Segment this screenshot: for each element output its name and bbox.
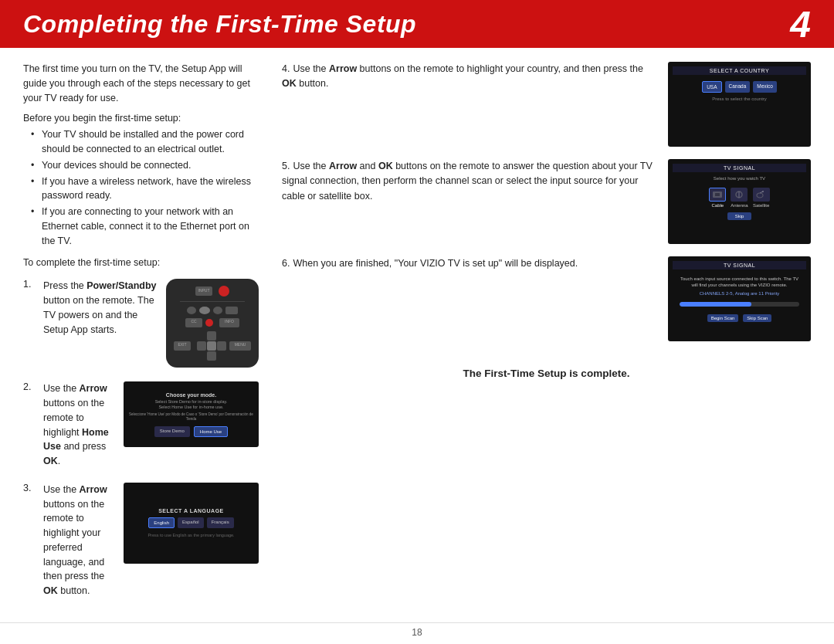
- svg-point-4: [757, 193, 763, 198]
- remote-rew-btn: [187, 307, 196, 314]
- antenna-label: Antenna: [731, 203, 748, 208]
- step-3-number: 3.: [23, 483, 37, 493]
- remote-divider: [180, 301, 244, 302]
- intro-paragraph: The first time you turn on the TV, the S…: [23, 62, 259, 105]
- skip-button: Skip: [727, 212, 752, 220]
- begin-scan-button: Begin Scan: [707, 314, 739, 322]
- cable-icon: [709, 188, 726, 202]
- step-1-text: Press the Power/Standby button on the re…: [43, 279, 160, 337]
- step-2-text: Use the Arrow buttons on the remote to h…: [43, 381, 117, 469]
- list-item: If you are connecting to your network wi…: [31, 205, 259, 248]
- country-hint: Press to select the country: [712, 97, 767, 101]
- remote-media-row: [187, 307, 238, 314]
- choose-mode-subtitle1: Select Store Demo for in-store display.S…: [155, 399, 228, 410]
- footer-page-number: 18: [412, 627, 422, 638]
- remote-cc-row: CC INFO: [185, 318, 239, 327]
- svg-rect-1: [715, 193, 720, 196]
- usa-option: USA: [702, 81, 721, 93]
- remote-red-btn: [205, 319, 213, 327]
- antenna-option: Antenna: [731, 188, 748, 208]
- requirements-list: Your TV should be installed and the powe…: [23, 127, 259, 248]
- select-country-screen: SELECT A COUNTRY USA Canada Mexico Press…: [668, 62, 811, 147]
- choose-mode-subtitle2: Seleccione 'Home Use' por Modo de Caso o…: [128, 412, 254, 422]
- remote-exit-btn: EXIT: [174, 341, 191, 351]
- remote-vol-btn: [225, 307, 238, 314]
- dpad-center: [207, 341, 216, 351]
- step-6-text-wrapper: 6.When you are finished, "Your VIZIO TV …: [282, 256, 660, 271]
- satellite-option: Satellite: [753, 188, 770, 208]
- complete-statement: The First-Time Setup is complete.: [282, 368, 811, 379]
- step-2: 2. Use the Arrow buttons on the remote t…: [23, 381, 259, 469]
- step-4-text: 4.Use the Arrow buttons on the remote to…: [282, 62, 660, 92]
- cable-option: Cable: [709, 188, 726, 208]
- complete-title: To complete the first-time setup:: [23, 257, 259, 268]
- select-language-screen: SELECT A LANGUAGE English Español França…: [124, 483, 259, 564]
- complete-statement-wrapper: The First-Time Setup is complete.: [282, 361, 811, 379]
- skip-scan-button: Skip Scan: [743, 314, 771, 322]
- home-use-button: Home Use: [194, 426, 228, 437]
- dpad-empty-tr: [217, 331, 226, 341]
- dpad-empty-tl: [197, 331, 206, 341]
- remote-power-btn: [219, 286, 229, 297]
- step-6-text: 6.When you are finished, "Your VIZIO TV …: [282, 256, 660, 271]
- dpad-right: [217, 341, 226, 351]
- step-3-text: Use the Arrow buttons on the remote to h…: [43, 483, 117, 598]
- choose-mode-title: Choose your mode.: [166, 392, 216, 398]
- tv-signal-screen: TV SIGNAL Select how you watch TV Cable …: [668, 159, 811, 244]
- step-4-text-wrapper: 4.Use the Arrow buttons on the remote to…: [282, 62, 660, 92]
- right-column: 4.Use the Arrow buttons on the remote to…: [282, 62, 811, 615]
- tv-complete-channels: CHANNELS 2-5, Analog are 11 Priority: [700, 291, 780, 296]
- tv-signal-subtitle: Select how you watch TV: [714, 176, 765, 181]
- step-5: 5.Use the Arrow and OK buttons on the re…: [282, 159, 811, 244]
- before-title: Before you begin the first-time setup:: [23, 113, 259, 124]
- choose-mode-buttons: Store Demo Home Use: [154, 426, 228, 437]
- dpad-down: [207, 351, 216, 361]
- step-3: 3. Use the Arrow buttons on the remote t…: [23, 483, 259, 598]
- remote-menu-btn: MENU: [229, 341, 251, 351]
- select-country-title: SELECT A COUNTRY: [673, 66, 806, 75]
- step-4: 4.Use the Arrow buttons on the remote to…: [282, 62, 811, 147]
- francais-option: Français: [207, 517, 234, 528]
- step-5-text: 5.Use the Arrow and OK buttons on the re…: [282, 159, 660, 204]
- step-1-number: 1.: [23, 279, 37, 290]
- main-content: The first time you turn on the TV, the S…: [0, 48, 834, 622]
- left-column: The first time you turn on the TV, the S…: [23, 62, 259, 615]
- dpad-left: [197, 341, 206, 351]
- tv-signal-title: TV SIGNAL: [673, 164, 806, 172]
- remote-top-row: INPUT: [195, 286, 229, 297]
- dpad-empty-bl: [197, 351, 206, 361]
- remote-play-btn: [199, 307, 210, 314]
- satellite-label: Satellite: [753, 203, 769, 208]
- language-screen-title: SELECT A LANGUAGE: [158, 508, 224, 514]
- language-hint: Press to use English as the primary lang…: [147, 533, 234, 537]
- choose-mode-screen: Choose your mode. Select Store Demo for …: [124, 381, 259, 447]
- page-footer: 18: [0, 622, 834, 644]
- cable-label: Cable: [711, 203, 724, 208]
- progress-bar-fill: [680, 302, 751, 307]
- page-title: Completing the First-Time Setup: [23, 10, 416, 39]
- step-5-number: 5.: [282, 161, 290, 171]
- list-item: Your devices should be connected.: [31, 158, 259, 173]
- step-2-number: 2.: [23, 381, 37, 392]
- canada-option: Canada: [725, 81, 751, 93]
- satellite-icon: [753, 188, 770, 202]
- scan-buttons: Begin Scan Skip Scan: [707, 314, 772, 322]
- remote-input-btn: INPUT: [195, 286, 212, 296]
- signal-options: Cable Antenna Satellite: [709, 188, 769, 208]
- tv-signal-complete-title: TV SIGNAL: [673, 261, 806, 269]
- remote-info-btn: INFO: [219, 318, 239, 327]
- list-item: If you have a wireless network, have the…: [31, 175, 259, 204]
- step-5-text-wrapper: 5.Use the Arrow and OK buttons on the re…: [282, 159, 660, 204]
- antenna-icon: [731, 188, 748, 202]
- page-number: 4: [790, 3, 811, 46]
- step-6-number: 6.: [282, 258, 290, 269]
- dpad-up: [207, 331, 216, 341]
- remote-illustration: INPUT CC INFO EXIT: [166, 279, 259, 368]
- remote-ff-btn: [213, 307, 222, 314]
- language-options: English Español Français: [148, 517, 233, 528]
- tv-signal-complete-screen: TV SIGNAL Touch each input source connec…: [668, 256, 811, 341]
- page-header: Completing the First-Time Setup 4: [0, 0, 834, 48]
- remote-cc-btn: CC: [185, 318, 202, 327]
- mexico-option: Mexico: [753, 81, 777, 93]
- svg-point-6: [762, 191, 764, 192]
